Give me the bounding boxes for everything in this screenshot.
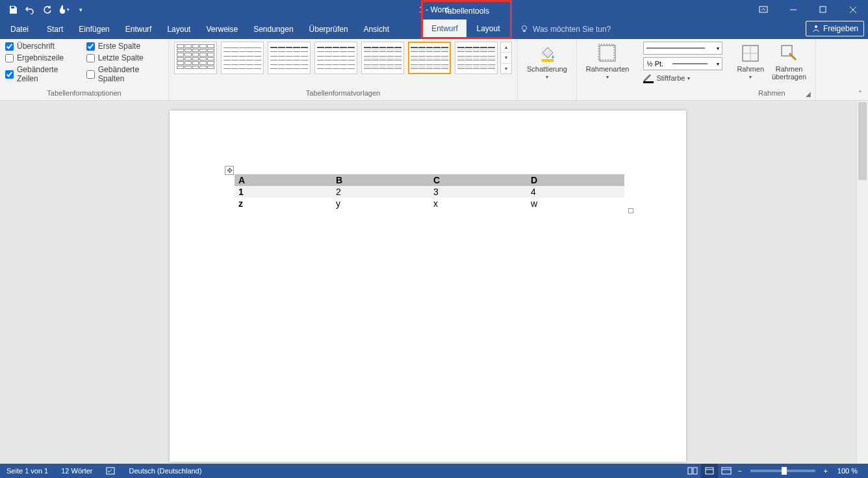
- table-style-thumbnail[interactable]: [221, 42, 264, 74]
- tell-me-placeholder: Was möchten Sie tun?: [533, 25, 611, 34]
- tab-table-layout[interactable]: Layout: [466, 20, 510, 37]
- zoom-level[interactable]: 100 %: [831, 464, 868, 478]
- table-style-thumbnail[interactable]: [455, 42, 498, 74]
- table-cell[interactable]: C: [429, 174, 527, 186]
- vertical-scrollbar[interactable]: [856, 101, 868, 464]
- table-style-thumbnail[interactable]: [361, 42, 404, 74]
- title-bar: ▾ ▾ 1 - Word Tabellentools: [0, 0, 868, 20]
- border-styles-icon: [597, 43, 618, 64]
- status-word-count[interactable]: 12 Wörter: [55, 464, 99, 478]
- table-tools-context-label: Tabellentools: [421, 0, 512, 20]
- table-cell[interactable]: 3: [429, 186, 527, 198]
- gallery-more-button[interactable]: ▴▾▾: [500, 42, 512, 74]
- svg-rect-8: [600, 46, 615, 61]
- tab-review[interactable]: Überprüfen: [301, 20, 356, 39]
- tab-references[interactable]: Verweise: [198, 20, 246, 39]
- minimize-button[interactable]: [778, 0, 808, 20]
- status-page[interactable]: Seite 1 von 1: [0, 464, 55, 478]
- table-cell[interactable]: w: [527, 198, 624, 209]
- lightbulb-icon: [520, 25, 529, 34]
- checkbox-first-column[interactable]: Erste Spalte: [86, 42, 163, 51]
- ribbon-display-options-button[interactable]: [748, 0, 778, 20]
- table-cell[interactable]: 2: [332, 186, 429, 198]
- checkbox-banded-rows[interactable]: Gebänderte Zeilen: [5, 65, 77, 83]
- table-tools-tabs: Entwurf Layout: [421, 20, 512, 39]
- tab-file[interactable]: Datei: [0, 20, 39, 39]
- view-web-layout[interactable]: [718, 464, 735, 478]
- table-cell[interactable]: x: [429, 198, 527, 209]
- ribbon-tabs: Datei Start Einfügen Entwurf Layout Verw…: [0, 20, 868, 39]
- tab-design[interactable]: Entwurf: [118, 20, 160, 39]
- table-cell[interactable]: z: [235, 198, 332, 209]
- group-label-table-styles: Tabellenformatvorlagen: [174, 88, 512, 100]
- border-painter-button[interactable]: Rahmenübertragen: [768, 42, 810, 82]
- table-cell[interactable]: A: [235, 174, 332, 186]
- border-line-weight-combo[interactable]: ½ Pt.▾: [643, 57, 722, 70]
- spellcheck-icon: [106, 466, 116, 475]
- tab-start[interactable]: Start: [39, 20, 71, 39]
- status-spellcheck[interactable]: [99, 464, 123, 478]
- table-style-thumbnail[interactable]: [268, 42, 311, 74]
- table-row[interactable]: 1 2 3 4: [235, 186, 624, 198]
- pen-color-button[interactable]: Stiftfarbe▾: [643, 73, 722, 83]
- close-button[interactable]: [838, 0, 868, 20]
- borders-dialog-launcher[interactable]: ◢: [805, 90, 814, 99]
- border-styles-button[interactable]: Rahmenarten ▾: [582, 42, 633, 81]
- group-shading: Schattierung ▾: [518, 39, 576, 100]
- pen-color-icon: [643, 73, 654, 83]
- page[interactable]: ✥ A B C D 1 2 3 4 z y x w: [170, 111, 686, 462]
- table-cell[interactable]: B: [332, 174, 429, 186]
- tab-view[interactable]: Ansicht: [356, 20, 397, 39]
- svg-rect-19: [693, 468, 697, 474]
- checkbox-total-row[interactable]: Ergebniszeile: [5, 53, 77, 62]
- table-cell[interactable]: 4: [527, 186, 624, 198]
- status-language[interactable]: Deutsch (Deutschland): [123, 464, 209, 478]
- tab-mailings[interactable]: Sendungen: [246, 20, 301, 39]
- scrollbar-thumb[interactable]: [858, 102, 867, 180]
- table-row[interactable]: A B C D: [235, 174, 624, 186]
- svg-rect-7: [542, 59, 554, 62]
- table-style-thumbnail[interactable]: [174, 42, 217, 74]
- zoom-in-button[interactable]: +: [821, 467, 831, 475]
- table-style-thumbnail[interactable]: [314, 42, 357, 74]
- group-borders: Rahmen ▾ Rahmenübertragen Rahmen ◢: [728, 39, 816, 100]
- share-button[interactable]: Freigeben: [806, 21, 864, 36]
- table-cell[interactable]: y: [332, 198, 429, 209]
- table-move-handle[interactable]: ✥: [225, 166, 234, 175]
- svg-rect-18: [688, 468, 692, 474]
- borders-button[interactable]: Rahmen ▾: [733, 42, 768, 81]
- borders-icon: [740, 43, 761, 64]
- zoom-slider-thumb[interactable]: [782, 467, 787, 475]
- tab-insert[interactable]: Einfügen: [71, 20, 117, 39]
- shading-button[interactable]: Schattierung ▾: [523, 42, 571, 81]
- table-cell[interactable]: 1: [235, 186, 332, 198]
- group-pen-settings: ▾ ½ Pt.▾ Stiftfarbe▾: [638, 39, 728, 100]
- touch-mode-button[interactable]: ▾: [56, 2, 71, 18]
- zoom-slider[interactable]: [750, 470, 815, 472]
- group-table-style-options: Überschrift Ergebniszeile Gebänderte Zei…: [0, 39, 169, 100]
- collapse-ribbon-button[interactable]: ˄: [855, 88, 865, 99]
- document-table[interactable]: A B C D 1 2 3 4 z y x w: [235, 174, 624, 209]
- view-print-layout[interactable]: [701, 464, 718, 478]
- ribbon: Überschrift Ergebniszeile Gebänderte Zei…: [0, 39, 868, 101]
- customize-qat-button[interactable]: ▾: [73, 2, 88, 18]
- table-cell[interactable]: D: [527, 174, 624, 186]
- svg-rect-20: [706, 468, 713, 474]
- tab-table-design[interactable]: Entwurf: [423, 20, 466, 37]
- undo-button[interactable]: [22, 2, 38, 18]
- tab-layout[interactable]: Layout: [159, 20, 198, 39]
- checkbox-banded-columns[interactable]: Gebänderte Spalten: [86, 65, 163, 83]
- svg-rect-12: [643, 81, 654, 83]
- view-read-mode[interactable]: [684, 464, 701, 478]
- zoom-out-button[interactable]: −: [735, 467, 745, 475]
- redo-button[interactable]: [39, 2, 55, 18]
- border-line-style-combo[interactable]: ▾: [643, 42, 722, 55]
- maximize-button[interactable]: [808, 0, 838, 20]
- table-style-thumbnail[interactable]: [408, 42, 451, 74]
- tell-me-search[interactable]: Was möchten Sie tun?: [520, 20, 611, 39]
- checkbox-header-row[interactable]: Überschrift: [5, 42, 77, 51]
- checkbox-last-column[interactable]: Letzte Spalte: [86, 53, 163, 62]
- quick-access-toolbar: ▾ ▾: [0, 2, 88, 18]
- save-icon[interactable]: [5, 2, 21, 18]
- table-row[interactable]: z y x w: [235, 198, 624, 209]
